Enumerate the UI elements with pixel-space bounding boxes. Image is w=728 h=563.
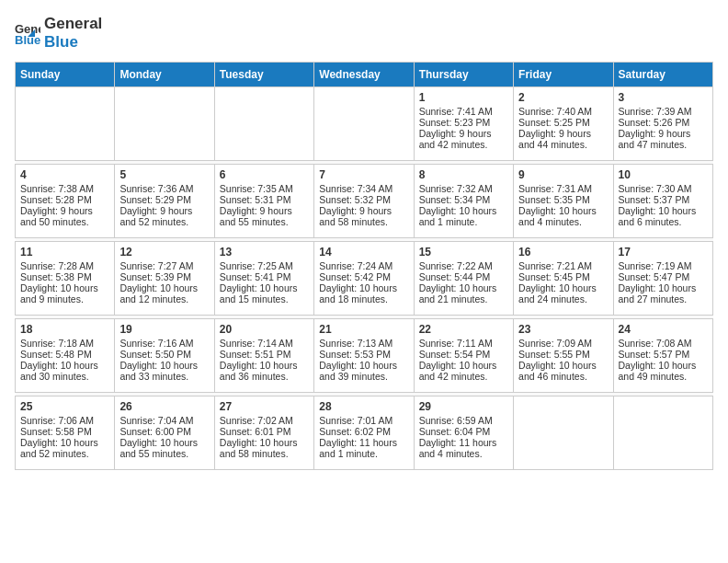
day-info: Sunset: 5:58 PM [20,426,109,437]
day-info: and 50 minutes. [20,216,109,227]
day-info: and 49 minutes. [619,371,708,382]
day-info: Sunrise: 7:18 AM [20,338,109,349]
day-info: Daylight: 9 hours [220,205,309,216]
col-header-monday: Monday [115,62,214,86]
calendar-cell [214,86,313,160]
day-info: Sunrise: 7:24 AM [319,260,408,271]
day-number: 14 [319,246,408,259]
logo-icon: General Blue [15,20,40,46]
day-info: Sunset: 5:34 PM [419,194,508,205]
day-number: 25 [20,400,109,413]
day-info: Sunrise: 7:13 AM [319,338,408,349]
day-info: Daylight: 10 hours [20,437,109,448]
day-number: 2 [518,91,608,104]
day-info: Sunrise: 7:25 AM [220,260,309,271]
day-number: 17 [619,246,708,259]
calendar-cell: 4Sunrise: 7:38 AMSunset: 5:28 PMDaylight… [16,164,115,237]
day-info: Sunset: 5:54 PM [419,349,508,360]
day-info: Sunrise: 7:09 AM [518,338,608,349]
day-info: and 58 minutes. [319,216,408,227]
day-info: Sunset: 6:00 PM [119,426,209,437]
day-info: Sunset: 5:48 PM [20,349,109,360]
day-number: 27 [220,400,309,413]
calendar-cell [16,86,115,160]
day-info: and 47 minutes. [619,139,708,150]
day-info: Sunrise: 7:16 AM [119,338,209,349]
calendar-cell: 25Sunrise: 7:06 AMSunset: 5:58 PMDayligh… [16,396,115,469]
calendar-week-4: 18Sunrise: 7:18 AMSunset: 5:48 PMDayligh… [16,318,713,392]
day-info: Sunset: 5:29 PM [119,194,209,205]
day-info: and 30 minutes. [20,371,109,382]
day-info: Daylight: 10 hours [419,282,508,293]
day-number: 23 [518,323,608,336]
col-header-tuesday: Tuesday [214,62,313,86]
calendar-cell: 15Sunrise: 7:22 AMSunset: 5:44 PMDayligh… [414,241,513,315]
day-info: Sunset: 5:23 PM [419,117,508,128]
day-info: Sunset: 5:31 PM [220,194,309,205]
day-info: Daylight: 10 hours [20,282,109,293]
day-info: Sunrise: 7:38 AM [20,183,109,194]
day-info: and 4 minutes. [518,216,608,227]
day-info: and 9 minutes. [20,293,109,304]
day-number: 19 [119,323,209,336]
day-number: 5 [119,168,209,181]
calendar-cell: 23Sunrise: 7:09 AMSunset: 5:55 PMDayligh… [514,318,613,392]
calendar-week-5: 25Sunrise: 7:06 AMSunset: 5:58 PMDayligh… [16,396,713,469]
calendar-cell: 18Sunrise: 7:18 AMSunset: 5:48 PMDayligh… [16,318,115,392]
day-number: 1 [419,91,508,104]
calendar-cell: 17Sunrise: 7:19 AMSunset: 5:47 PMDayligh… [613,241,712,315]
day-info: Daylight: 9 hours [119,205,209,216]
calendar-cell: 27Sunrise: 7:02 AMSunset: 6:01 PMDayligh… [214,396,313,469]
calendar-cell: 2Sunrise: 7:40 AMSunset: 5:25 PMDaylight… [514,86,613,160]
day-info: and 44 minutes. [518,139,608,150]
calendar-cell [514,396,613,469]
day-info: and 36 minutes. [220,371,309,382]
calendar-cell: 20Sunrise: 7:14 AMSunset: 5:51 PMDayligh… [214,318,313,392]
calendar-cell [314,86,414,160]
day-info: Sunrise: 7:40 AM [518,106,608,117]
calendar-cell: 28Sunrise: 7:01 AMSunset: 6:02 PMDayligh… [314,396,414,469]
day-info: Daylight: 10 hours [518,360,608,371]
day-number: 16 [518,246,608,259]
col-header-thursday: Thursday [414,62,513,86]
calendar-cell: 7Sunrise: 7:34 AMSunset: 5:32 PMDaylight… [314,164,414,237]
day-number: 12 [119,246,209,259]
col-header-friday: Friday [514,62,613,86]
calendar-cell: 3Sunrise: 7:39 AMSunset: 5:26 PMDaylight… [613,86,712,160]
day-info: Daylight: 10 hours [619,360,708,371]
calendar-cell: 1Sunrise: 7:41 AMSunset: 5:23 PMDaylight… [414,86,513,160]
day-info: Sunset: 6:04 PM [419,426,508,437]
col-header-saturday: Saturday [613,62,712,86]
day-number: 7 [319,168,408,181]
calendar-cell: 26Sunrise: 7:04 AMSunset: 6:00 PMDayligh… [115,396,214,469]
day-info: and 42 minutes. [419,139,508,150]
day-info: Sunrise: 7:27 AM [119,260,209,271]
calendar-cell: 13Sunrise: 7:25 AMSunset: 5:41 PMDayligh… [214,241,313,315]
day-info: Daylight: 11 hours [319,437,408,448]
day-info: Sunrise: 7:32 AM [419,183,508,194]
day-info: Daylight: 10 hours [119,437,209,448]
day-info: Sunrise: 6:59 AM [419,415,508,426]
day-info: Daylight: 10 hours [619,282,708,293]
calendar-cell: 16Sunrise: 7:21 AMSunset: 5:45 PMDayligh… [514,241,613,315]
calendar-cell: 29Sunrise: 6:59 AMSunset: 6:04 PMDayligh… [414,396,513,469]
day-info: Sunrise: 7:14 AM [220,338,309,349]
calendar-week-3: 11Sunrise: 7:28 AMSunset: 5:38 PMDayligh… [16,241,713,315]
day-info: Sunrise: 7:30 AM [619,183,708,194]
day-info: Sunset: 5:41 PM [220,271,309,282]
day-info: Daylight: 10 hours [319,282,408,293]
day-info: and 52 minutes. [20,448,109,459]
day-info: and 55 minutes. [220,216,309,227]
day-info: Sunrise: 7:35 AM [220,183,309,194]
calendar-cell: 9Sunrise: 7:31 AMSunset: 5:35 PMDaylight… [514,164,613,237]
calendar-cell: 12Sunrise: 7:27 AMSunset: 5:39 PMDayligh… [115,241,214,315]
day-number: 8 [419,168,508,181]
day-info: Daylight: 10 hours [220,360,309,371]
calendar-week-2: 4Sunrise: 7:38 AMSunset: 5:28 PMDaylight… [16,164,713,237]
day-info: and 1 minute. [319,448,408,459]
day-info: Sunset: 6:02 PM [319,426,408,437]
day-info: Daylight: 10 hours [518,282,608,293]
day-info: Daylight: 10 hours [20,360,109,371]
day-info: Daylight: 9 hours [419,128,508,139]
day-info: Sunset: 5:26 PM [619,117,708,128]
